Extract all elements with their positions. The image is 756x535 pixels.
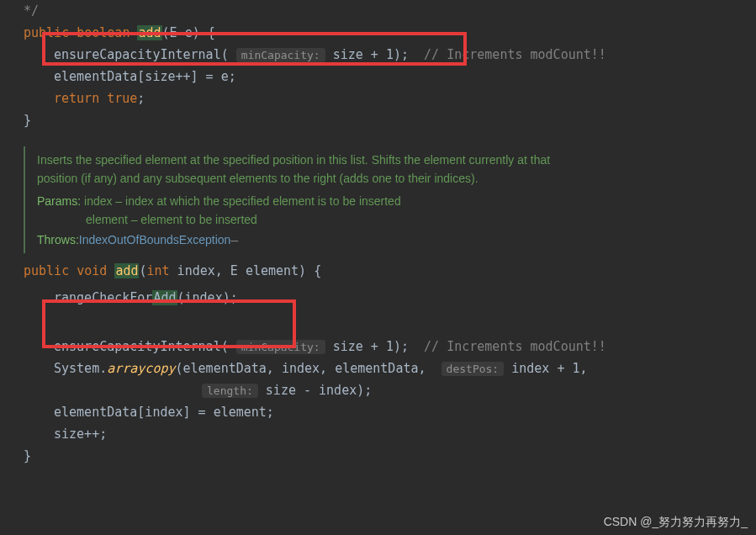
method-signature-add-boolean: public boolean add(E e) { (7, 22, 749, 44)
javadoc-throws-row: Throws: IndexOutOfBoundsException – (37, 233, 749, 248)
size-increment: size++; (7, 423, 749, 445)
javadoc-param-2: element – element to be inserted (37, 211, 749, 230)
param-hint-length: length: (202, 384, 258, 398)
javadoc-throws-exception: IndexOutOfBoundsException (79, 233, 231, 248)
comment-close: */ (7, 0, 749, 22)
javadoc-desc-line1: Inserts the specified element at the spe… (37, 151, 749, 170)
return-true: return true; (7, 87, 749, 109)
watermark: CSDN @_努力努力再努力_ (604, 515, 748, 530)
javadoc-throws-label: Throws: (37, 233, 79, 248)
javadoc-params-label: Params: (37, 194, 81, 208)
javadoc-params-row: Params: index – index at which the speci… (37, 193, 749, 211)
ensure-capacity-call-2: ensureCapacityInternal( minCapacity: siz… (7, 336, 749, 358)
closing-brace-1: } (7, 109, 749, 131)
arraycopy-call: System.arraycopy(elementData, index, ele… (7, 358, 749, 379)
arraycopy-continuation: length: size - index); (7, 379, 749, 401)
code-viewer[interactable]: */ public boolean add(E e) { ensureCapac… (7, 0, 749, 467)
closing-brace-2: } (7, 445, 749, 467)
param-hint-mincapacity-2: minCapacity: (236, 340, 325, 354)
range-check-call: rangeCheckForAdd(index); (7, 287, 749, 309)
ensure-capacity-call-1: ensureCapacityInternal( minCapacity: siz… (7, 44, 749, 66)
param-hint-destpos: destPos: (441, 362, 505, 376)
element-data-index-assign: elementData[index] = element; (7, 401, 749, 423)
param-hint-mincapacity: minCapacity: (236, 48, 325, 62)
javadoc-desc-line2: position (if any) and any subsequent ele… (37, 170, 749, 188)
javadoc-block: Inserts the specified element at the spe… (24, 146, 749, 253)
method-signature-add-void: public void add(int index, E element) { (7, 260, 749, 282)
element-data-assign: elementData[size++] = e; (7, 66, 749, 87)
